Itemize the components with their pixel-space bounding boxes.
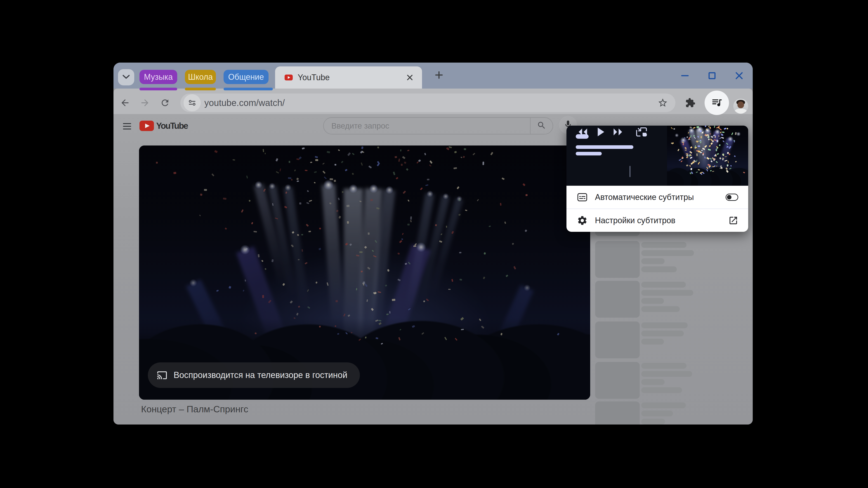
media-controls-popup: Автоматические субтитры Настройки субтит… <box>566 126 748 232</box>
concert-thumbnail-image <box>667 126 748 186</box>
concert-video-frame <box>139 145 590 400</box>
browser-toolbar: youtube.com/watch/ <box>114 89 753 114</box>
open-in-new-icon <box>728 216 738 225</box>
media-artist-placeholder <box>576 152 602 156</box>
menu-hamburger-icon[interactable] <box>123 122 131 131</box>
chevron-down-icon <box>122 74 130 80</box>
skeleton-line <box>641 306 680 312</box>
youtube-wordmark: YouTube <box>156 121 188 131</box>
skeleton-line <box>641 258 664 264</box>
url-text[interactable]: youtube.com/watch/ <box>204 98 655 108</box>
skeleton-line <box>641 379 664 385</box>
video-title: Концерт – Палм-Спрингс <box>141 404 248 415</box>
search-placeholder: Введите запрос <box>331 121 530 130</box>
gear-icon <box>577 215 588 226</box>
skeleton-row <box>595 241 749 280</box>
media-session-card <box>566 126 748 186</box>
skeleton-line <box>641 402 686 408</box>
skeleton-row <box>595 401 749 424</box>
maximize-button[interactable] <box>705 68 719 83</box>
avatar-face <box>737 101 744 108</box>
captions-menu: Автоматические субтитры Настройки субтит… <box>566 186 748 232</box>
cast-status-pill: Воспроизводится на телевизоре в гостиной <box>148 362 360 388</box>
menu-item-label: Настройки субтитров <box>595 216 728 225</box>
media-controls-button[interactable] <box>705 91 729 115</box>
media-thumbnail <box>667 126 748 186</box>
tab-group-underline-school <box>185 88 216 90</box>
avatar-shirt <box>735 109 747 113</box>
skeleton-thumbnail <box>595 322 640 358</box>
video-player[interactable]: Воспроизводится на телевизоре в гостиной <box>139 145 590 400</box>
tab-group-underline-chat <box>223 88 273 90</box>
skeleton-line <box>641 339 664 345</box>
skeleton-row <box>595 281 749 319</box>
skeleton-thumbnail <box>595 281 640 318</box>
next-track-button[interactable] <box>611 126 625 138</box>
youtube-logo-icon <box>140 121 154 131</box>
back-button[interactable] <box>118 96 132 110</box>
tab-group-school[interactable]: Школа <box>185 70 216 84</box>
forward-button[interactable] <box>138 96 152 110</box>
bookmark-star-icon[interactable] <box>655 96 670 110</box>
skeleton-line <box>641 411 673 416</box>
reload-button[interactable] <box>158 96 172 110</box>
skeleton-row <box>595 362 749 400</box>
auto-captions-toggle-off[interactable] <box>725 194 738 201</box>
youtube-favicon <box>285 74 293 80</box>
play-button[interactable] <box>594 126 608 138</box>
tab-title: YouTube <box>298 73 404 82</box>
media-title-placeholder <box>576 145 633 149</box>
youtube-logo[interactable]: YouTube <box>140 121 188 131</box>
address-bar[interactable]: youtube.com/watch/ <box>180 94 675 112</box>
skeleton-line <box>641 266 677 272</box>
controls-divider <box>629 166 630 177</box>
skeleton-thumbnail <box>595 241 640 278</box>
skeleton-line <box>641 282 686 288</box>
extensions-icon[interactable] <box>683 96 698 110</box>
new-tab-button[interactable] <box>433 69 445 82</box>
tab-close-button[interactable] <box>404 72 416 84</box>
menu-item-label: Автоматические субтитры <box>595 193 725 202</box>
tab-group-label: Музыка <box>144 72 173 82</box>
skeleton-thumbnail <box>595 362 640 399</box>
playlist-music-icon <box>711 96 723 109</box>
search-button[interactable] <box>530 117 553 134</box>
tab-strip: Музыка Школа Общение YouTube <box>114 63 753 89</box>
menu-item-caption-settings[interactable]: Настройки субтитров <box>566 209 748 232</box>
close-window-button[interactable] <box>732 68 746 83</box>
captions-icon <box>577 192 588 202</box>
tab-group-chat[interactable]: Общение <box>223 70 269 84</box>
tab-group-underline-music <box>140 88 177 90</box>
cast-status-text: Воспроизводится на телевизоре в гостиной <box>174 370 347 380</box>
profile-avatar[interactable] <box>733 99 748 113</box>
tab-group-label: Школа <box>188 72 213 82</box>
skeleton-line <box>641 330 684 336</box>
tab-group-label: Общение <box>228 72 264 82</box>
browser-window: Музыка Школа Общение YouTube <box>114 63 753 424</box>
plus-icon <box>434 70 443 80</box>
previous-track-button[interactable] <box>576 126 590 138</box>
minimize-button[interactable] <box>678 68 692 83</box>
site-controls-icon[interactable] <box>184 94 201 111</box>
picture-in-picture-button[interactable] <box>634 126 649 138</box>
window-controls <box>678 63 746 89</box>
skeleton-line <box>641 371 692 377</box>
menu-item-auto-captions[interactable]: Автоматические субтитры <box>566 186 748 208</box>
search-icon <box>537 121 546 131</box>
skeleton-thumbnail <box>595 401 640 424</box>
skeleton-line <box>641 290 693 296</box>
search-bar[interactable]: Введите запрос <box>323 117 553 134</box>
skeleton-line <box>641 298 664 304</box>
desktop-background: Музыка Школа Общение YouTube <box>0 0 868 488</box>
tab-group-music[interactable]: Музыка <box>140 70 177 84</box>
tab-youtube[interactable]: YouTube <box>275 66 422 89</box>
skeleton-line <box>641 419 665 424</box>
tab-search-button[interactable] <box>118 69 134 86</box>
skeleton-row <box>595 322 749 360</box>
skeleton-line <box>641 322 688 328</box>
skeleton-line <box>641 250 694 256</box>
skeleton-line <box>641 242 686 248</box>
skeleton-line <box>641 387 682 393</box>
skeleton-line <box>641 363 686 369</box>
cast-icon <box>157 370 167 381</box>
